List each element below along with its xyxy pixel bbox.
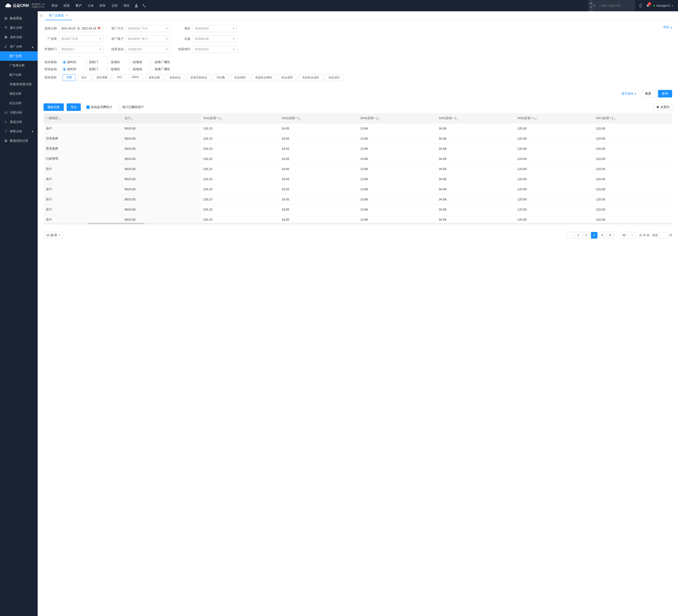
advertiser-select[interactable]: 请选择广告商▾ (59, 35, 103, 42)
metric-tag[interactable]: 有效机会销转 (252, 74, 276, 81)
horizontal-scrollbar[interactable] (44, 223, 672, 224)
table-cell: 120.00 (515, 174, 594, 184)
metric-tag[interactable]: 反馈无效机会 (187, 74, 211, 81)
dept-select[interactable]: 请选择部门▾ (59, 46, 103, 53)
user-menu[interactable]: manager11 ▾ (653, 4, 673, 7)
sidebar-item[interactable]: 漏斗分析 (0, 23, 38, 33)
date-range-picker[interactable]: 2021-03-02 至 2021-03-16📅 (59, 25, 103, 32)
query-button[interactable]: 查询 (658, 90, 672, 98)
reset-button[interactable]: 重置 (641, 90, 655, 98)
sidebar-item[interactable]: 数据看版 (0, 14, 38, 23)
city-select[interactable]: 请选择城市▾ (192, 46, 237, 53)
prev-page-button[interactable]: ‹ (567, 232, 573, 239)
sidebar-subitem[interactable]: 账户分析 (0, 70, 38, 80)
radio-option[interactable]: 按推广属性 (150, 67, 170, 71)
col-header[interactable]: 3/07(星期一)▴▾ (594, 113, 672, 123)
metric-tag[interactable]: ROI (113, 74, 125, 81)
device-select[interactable]: 请选择设备▾ (192, 35, 237, 42)
metric-tag[interactable]: 回访数 (213, 74, 229, 81)
metric-tag[interactable]: 机会销转 (231, 74, 249, 81)
metric-tag[interactable]: 新机会数 (145, 74, 163, 81)
sidebar-subitem[interactable]: 站点分析 (0, 99, 38, 108)
metric-tag[interactable]: 机会成本 (278, 74, 296, 81)
col-header[interactable]: 一级项目▴▾ (44, 113, 122, 123)
metric-tag[interactable]: ARPU (128, 74, 143, 81)
close-icon[interactable]: ✕ (66, 14, 68, 17)
col-header[interactable]: 3/04(星期一)▴▾ (358, 113, 437, 123)
chevron-up-icon: ▴ (32, 45, 33, 48)
col-header[interactable]: 合计▴▾ (122, 113, 201, 123)
notification-bell[interactable]: 5 (646, 3, 650, 8)
sidebar-item[interactable]: 数据流转记录 (0, 136, 38, 146)
nav-item[interactable]: 客户 (76, 0, 82, 11)
export-button[interactable]: 导出 (67, 103, 81, 111)
radio-option[interactable]: 按项目 (106, 60, 120, 64)
sort-icon: ▴▾ (59, 118, 60, 120)
col-header[interactable]: 3/06(星期一)▴▾ (515, 113, 594, 123)
metric-tag[interactable]: 消费 (63, 74, 75, 81)
sidebar-item[interactable]: 渠道分析 (0, 117, 38, 127)
page-button[interactable]: 3 (591, 232, 598, 239)
menu-toggle[interactable]: ☰ (40, 14, 43, 17)
metric-tag[interactable]: 有效机会成本 (299, 74, 323, 81)
nav-item[interactable]: 线索 (64, 0, 70, 11)
nav-item[interactable]: 数据 (51, 0, 58, 11)
radio-option[interactable]: 按项目 (106, 67, 120, 71)
metric-tag[interactable]: 成交单数 (93, 74, 111, 81)
toggle-axis-button[interactable]: 横纵切换 (44, 103, 64, 111)
metric-tag[interactable]: 有效机会 (166, 74, 184, 81)
sidebar-item[interactable]: 访客分析 (0, 108, 38, 117)
sidebar-item[interactable]: 推广分析▴ (0, 42, 38, 51)
filter-label: 所属部门 (44, 47, 57, 51)
page-button[interactable]: 50 (621, 232, 627, 239)
radio-option[interactable]: 按时间 (63, 60, 76, 64)
metric-tag[interactable]: 报名成功 (325, 74, 343, 81)
table-cell: 18.05 (279, 154, 358, 164)
scrollbar-thumb[interactable] (88, 223, 145, 224)
cash-checkbox[interactable]: 按现金消费统计 (86, 105, 112, 109)
radio-option[interactable]: 按地域 (128, 67, 142, 71)
table-cell: 34.56 (437, 174, 515, 184)
nav-item[interactable]: 公海 (87, 0, 94, 11)
sidebar-subitem[interactable]: 项目分析 (0, 89, 38, 99)
radio-option[interactable]: 按地域 (128, 60, 142, 64)
metric-tag[interactable]: 流水 (78, 74, 90, 81)
radio-option[interactable]: 按推广属性 (150, 60, 170, 64)
page-button[interactable]: 1 (575, 232, 581, 239)
sidebar-subitem[interactable]: 关键词/创意分析 (0, 80, 38, 89)
expand-conditions-link[interactable]: 展开条件▾ (622, 92, 636, 96)
nav-item[interactable]: 财务 (100, 0, 106, 11)
page-size-select[interactable]: 10 条/页▾ (44, 232, 63, 239)
col-header[interactable]: 3/03(星期一)▴▾ (279, 113, 358, 123)
col-header[interactable]: 3/05(星期一)▴▾ (437, 113, 515, 123)
sidebar-subitem[interactable]: 广告商分析 (0, 61, 38, 70)
sidebar-item[interactable]: 销售分析▾ (0, 127, 38, 136)
page-button[interactable]: 5 (607, 232, 613, 239)
nav-item[interactable]: 运营 (112, 0, 118, 11)
nav-item[interactable]: 报名 (124, 0, 130, 11)
radio-option[interactable]: 按时间 (63, 67, 76, 71)
tab-promo-overview[interactable]: 推广总预览 ✕ (45, 11, 72, 20)
project-select[interactable]: 请选择项目▾ (192, 25, 237, 32)
logo[interactable]: 云朵CRM 教育机构一站式服务云平台 (5, 2, 44, 9)
mobile-icon[interactable] (639, 4, 642, 7)
search-input[interactable] (601, 4, 636, 7)
column-settings-button[interactable]: 设置列 (653, 104, 672, 111)
page-button[interactable]: 2 (583, 232, 590, 239)
sidebar-subitem[interactable]: 推广总览 (0, 51, 38, 61)
radio-option[interactable]: 按部门 (84, 60, 98, 64)
sidebar-item[interactable]: 成本分析 (0, 33, 38, 42)
phone-icon[interactable] (143, 4, 146, 7)
next-page-button[interactable]: › (629, 232, 635, 239)
table-cell: 120.00 (594, 134, 672, 144)
deleted-checkbox[interactable]: 统计已删除用户 (118, 105, 144, 109)
collapse-link[interactable]: 收起▴ (664, 25, 672, 29)
radio-option[interactable]: 按部门 (84, 67, 98, 71)
province-select[interactable]: 请选择省份▾ (125, 46, 170, 53)
col-header[interactable]: 3/02(星期一)▴▾ (201, 113, 279, 123)
user-icon[interactable] (135, 4, 138, 7)
page-button[interactable]: 4 (599, 232, 605, 239)
page-jump-input[interactable] (659, 232, 668, 238)
promo-account-select[interactable]: 请选择推广账户▾ (125, 35, 170, 42)
promo-type-select[interactable]: 请选择推广方式▾ (125, 25, 170, 32)
